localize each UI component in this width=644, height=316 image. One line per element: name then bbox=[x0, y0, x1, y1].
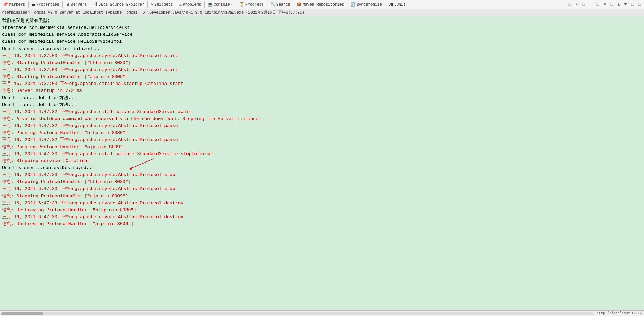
snippets-icon: ✂ bbox=[151, 2, 153, 7]
console-line: 我们感兴趣的所有类型; bbox=[2, 17, 642, 24]
synchronize-label: Synchronize bbox=[356, 2, 382, 7]
console-line: 信息: Stopping ProtocolHandler ["ajp-nio-8… bbox=[2, 193, 642, 200]
toolbar-sep-5 bbox=[176, 1, 176, 8]
toolbar-sep-4 bbox=[147, 1, 148, 8]
bottom-scrollbar[interactable]: http://localhost:8080/ bbox=[0, 310, 644, 316]
console-line: class com.meimeixia.service.AbstractHell… bbox=[2, 31, 642, 38]
console-line: 三月 16, 2021 6:27:03 下午org.apache.coyote.… bbox=[2, 53, 642, 60]
problems-icon: ⚠ bbox=[179, 2, 182, 7]
toolbar-progress[interactable]: ⏳ Progress bbox=[238, 1, 266, 7]
toolbar-btn-11[interactable]: □ bbox=[636, 1, 643, 8]
console-line: UserFilter...doFilter方法... bbox=[2, 95, 642, 102]
toolbar-btn-5[interactable]: □ bbox=[595, 1, 601, 8]
console-line: 三月 16, 2021 6:47:33 下午org.apache.coyote.… bbox=[2, 185, 642, 192]
synchronize-icon: 🔄 bbox=[351, 2, 355, 7]
console-lines-container: 我们感兴趣的所有类型;interface com.meimeixia.servi… bbox=[2, 17, 642, 228]
console-line: 三月 16, 2021 6:27:03 下午org.apache.coyote.… bbox=[2, 66, 642, 73]
progress-label: Progress bbox=[245, 2, 264, 7]
servers-label: Servers bbox=[71, 2, 87, 7]
snippets-label: Snippets bbox=[154, 2, 173, 7]
console-line: 信息: Destroying ProtocolHandler ["ajp-nio… bbox=[2, 221, 642, 228]
console-line: 三月 16, 2021 6:47:32 下午org.apache.catalin… bbox=[2, 109, 642, 116]
console-line: 信息: Pausing ProtocolHandler ["http-nio-8… bbox=[2, 129, 642, 136]
search-label: Search bbox=[276, 2, 290, 7]
console-line: 信息: Destroying ProtocolHandler ["http-ni… bbox=[2, 207, 642, 214]
toolbar-btn-10[interactable]: □ bbox=[629, 1, 636, 8]
console-line: 三月 16, 2021 6:47:33 下午org.apache.coyote.… bbox=[2, 214, 642, 221]
toolbar-sep-6 bbox=[204, 1, 205, 8]
console-close-x[interactable]: ✕ bbox=[231, 2, 233, 6]
search-icon: 🔍 bbox=[270, 2, 275, 7]
console-line: 三月 16, 2021 6:47:33 下午org.apache.catalin… bbox=[2, 151, 642, 158]
toolbar-sep-9 bbox=[293, 1, 293, 8]
toolbar-datasource[interactable]: 🗄 Data Source Explorer bbox=[92, 1, 146, 7]
markers-icon: 📌 bbox=[3, 2, 8, 7]
toolbar-maven[interactable]: 📦 Maven Repositories bbox=[295, 1, 346, 7]
datasource-label: Data Source Explorer bbox=[98, 2, 144, 7]
toolbar-btn-8[interactable]: ▲ bbox=[615, 1, 622, 8]
console-icon: 💻 bbox=[208, 2, 213, 7]
console-line: 信息: Starting ProtocolHandler ["ajp-nio-8… bbox=[2, 73, 642, 80]
toolbar-btn-4[interactable]: _ bbox=[588, 1, 594, 8]
toolbar-markers[interactable]: 📌 Markers bbox=[1, 1, 27, 7]
properties-label: Properties bbox=[36, 2, 59, 7]
terminated-status: <terminated> Tomcat v8.0 Server at local… bbox=[0, 9, 644, 16]
toolbar-problems[interactable]: ⚠ Problems bbox=[178, 1, 203, 7]
console-line: 信息: Server startup in 272 ms bbox=[2, 87, 642, 94]
junit-icon: Ju bbox=[389, 2, 393, 7]
markers-label: Markers bbox=[9, 2, 25, 7]
problems-label: Problems bbox=[183, 2, 201, 7]
toolbar-btn-7[interactable]: □ bbox=[608, 1, 615, 8]
toolbar-sep-3 bbox=[90, 1, 90, 8]
toolbar-btn-1[interactable]: □ bbox=[567, 1, 573, 8]
toolbar-sep-1 bbox=[28, 1, 29, 8]
console-label: Console bbox=[214, 2, 230, 7]
servers-icon: 🖥 bbox=[66, 2, 70, 7]
toolbar-btn-3[interactable]: □ bbox=[581, 1, 587, 8]
console-line: 信息: A valid shutdown command was receive… bbox=[2, 116, 642, 123]
toolbar-snippets[interactable]: ✂ Snippets bbox=[149, 1, 174, 7]
toolbar-sep-10 bbox=[347, 1, 347, 8]
toolbar-junit[interactable]: Ju JUnit bbox=[387, 1, 407, 7]
maven-icon: 📦 bbox=[297, 2, 301, 7]
toolbar-properties[interactable]: ☰ Properties bbox=[30, 1, 61, 7]
toolbar-btn-9[interactable]: ▼ bbox=[622, 1, 629, 8]
toolbar-console[interactable]: 💻 Console ✕ bbox=[206, 1, 235, 7]
console-line: UserFilter...doFilter方法... bbox=[2, 102, 642, 109]
svg-marker-1 bbox=[129, 167, 133, 170]
console-line: 三月 16, 2021 6:47:32 下午org.apache.coyote.… bbox=[2, 136, 642, 143]
console-line: 信息: Pausing ProtocolHandler ["ajp-nio-80… bbox=[2, 144, 642, 151]
console-line: 三月 16, 2021 6:47:33 下午org.apache.coyote.… bbox=[2, 172, 642, 179]
toolbar-synchronize[interactable]: 🔄 Synchronize bbox=[349, 1, 384, 7]
console-line: 信息: Stopping service [Catalina] bbox=[2, 158, 642, 165]
console-line: 三月 16, 2021 6:27:03 下午org.apache.catalin… bbox=[2, 80, 642, 87]
toolbar-search[interactable]: 🔍 Search bbox=[269, 1, 292, 7]
console-line: 三月 16, 2021 6:47:33 下午org.apache.coyote.… bbox=[2, 200, 642, 207]
bottom-right-info: http://localhost:8080/ bbox=[597, 311, 643, 315]
toolbar-right-controls: □ ✕ □ _ □ ≡ □ ▲ ▼ □ □ bbox=[567, 1, 643, 8]
console-output[interactable]: 我们感兴趣的所有类型;interface com.meimeixia.servi… bbox=[0, 16, 644, 310]
progress-icon: ⏳ bbox=[239, 2, 244, 7]
toolbar-sep-11 bbox=[385, 1, 385, 8]
console-line: 信息: Stopping ProtocolHandler ["http-nio-… bbox=[2, 179, 642, 185]
console-line: class com.meimeixia.service.HelloService… bbox=[2, 38, 642, 45]
horizontal-scrollbar-thumb[interactable] bbox=[1, 312, 43, 315]
toolbar-servers[interactable]: 🖥 Servers bbox=[64, 1, 89, 7]
properties-icon: ☰ bbox=[32, 2, 35, 7]
terminated-text: <terminated> Tomcat v8.0 Server at local… bbox=[2, 10, 304, 15]
main-toolbar: 📌 Markers ☰ Properties 🖥 Servers 🗄 Data … bbox=[0, 0, 644, 9]
junit-label: JUnit bbox=[394, 2, 406, 7]
console-line: 信息: Starting ProtocolHandler ["http-nio-… bbox=[2, 60, 642, 66]
toolbar-sep-7 bbox=[236, 1, 236, 8]
console-line: interface com.meimeixia.service.HelloSer… bbox=[2, 24, 642, 31]
toolbar-sep-8 bbox=[267, 1, 267, 8]
maven-label: Maven Repositories bbox=[302, 2, 344, 7]
console-line: 三月 16, 2021 6:47:32 下午org.apache.coyote.… bbox=[2, 123, 642, 129]
toolbar-btn-6[interactable]: ≡ bbox=[601, 1, 608, 8]
datasource-icon: 🗄 bbox=[93, 2, 97, 7]
horizontal-scrollbar-track[interactable] bbox=[1, 312, 594, 315]
toolbar-btn-2[interactable]: ✕ bbox=[574, 1, 580, 8]
toolbar-sep-2 bbox=[62, 1, 63, 8]
console-line: UserListener...contextDestroyed... bbox=[2, 165, 642, 172]
console-line: UserListener...contextInitialized... bbox=[2, 46, 642, 53]
